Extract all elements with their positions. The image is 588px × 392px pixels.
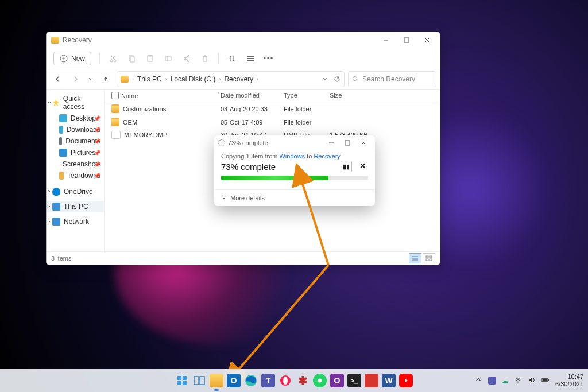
thumbnails-view-button[interactable]	[423, 253, 435, 263]
select-all-checkbox[interactable]	[111, 92, 119, 99]
sidebar-this-pc[interactable]: This PC	[47, 201, 104, 212]
onedrive-tray-icon[interactable]: ☁	[502, 377, 508, 385]
copy-progress-dialog: 73% complete Copying 1 item from Windows…	[214, 135, 375, 206]
sidebar-item-documents[interactable]: Documents📌	[47, 135, 104, 147]
pin-icon: 📌	[94, 138, 100, 145]
recent-dropdown[interactable]	[87, 72, 95, 87]
new-button[interactable]: New	[53, 52, 91, 65]
status-text: 3 items	[51, 255, 71, 262]
clock[interactable]: 10:47 6/30/2021	[555, 373, 583, 387]
taskbar[interactable]: O T ✱ O >_ W ☁ 10:47 6/30/2021	[0, 369, 588, 392]
system-tray[interactable]: ☁ 10:47 6/30/2021	[474, 373, 583, 387]
pictures-icon	[59, 149, 67, 157]
wifi-icon[interactable]	[514, 376, 522, 385]
file-explorer-icon[interactable]	[210, 374, 223, 387]
refresh-icon[interactable]	[334, 76, 341, 83]
close-button[interactable]	[355, 135, 372, 150]
file-icon	[111, 131, 121, 139]
more-icon[interactable]: •••	[264, 53, 274, 64]
volume-icon[interactable]	[528, 376, 536, 385]
svg-rect-12	[130, 57, 134, 62]
chevron-down-icon[interactable]	[322, 76, 328, 82]
tray-overflow-icon[interactable]	[474, 376, 482, 385]
sidebar-network[interactable]: Network	[47, 216, 104, 227]
sidebar-item-downloads[interactable]: Downloads📌	[47, 124, 104, 135]
teams-tray-icon[interactable]	[488, 377, 496, 385]
svg-rect-48	[177, 376, 181, 380]
dialog-titlebar[interactable]: 73% complete	[214, 135, 375, 150]
sidebar-item-desktop[interactable]: Desktop📌	[47, 112, 104, 124]
cancel-button[interactable]: ✕	[358, 161, 368, 171]
folder-icon	[111, 104, 119, 113]
paste-icon[interactable]	[145, 53, 155, 64]
progress-bar	[221, 176, 368, 180]
view-icon[interactable]	[245, 53, 256, 64]
address-bar[interactable]: › This PC› Local Disk (C:)› Recovery›	[117, 71, 345, 87]
teams-icon[interactable]: T	[261, 374, 275, 387]
file-row[interactable]: OEM 05-Oct-17 4:09 File folder	[105, 115, 440, 129]
copy-icon[interactable]	[126, 53, 137, 64]
plus-circle-icon	[60, 55, 68, 63]
battery-icon[interactable]	[541, 376, 550, 385]
titlebar[interactable]: Recovery	[47, 32, 440, 48]
svg-rect-22	[203, 57, 207, 61]
search-input[interactable]: Search Recovery	[348, 71, 436, 87]
sidebar-item-teardowns[interactable]: Teardowns📌	[47, 170, 104, 181]
outlook-icon[interactable]: O	[227, 374, 241, 387]
forward-button[interactable]	[68, 72, 83, 87]
up-button[interactable]	[98, 72, 113, 87]
more-details-toggle[interactable]: More details	[214, 189, 375, 206]
status-bar: 3 items	[47, 251, 440, 265]
pin-icon: 📌	[94, 115, 100, 122]
minimize-button[interactable]	[323, 135, 339, 150]
cloud-icon	[52, 188, 60, 196]
back-button[interactable]	[50, 72, 65, 87]
sidebar-quick-access[interactable]: Quick access	[47, 93, 104, 112]
svg-marker-57	[405, 379, 408, 382]
star-icon	[52, 99, 60, 107]
file-row[interactable]: Customizations 03-Aug-20 20:33 File fold…	[105, 102, 440, 115]
whatsapp-icon[interactable]	[313, 374, 327, 387]
column-headers[interactable]: Name˄ Date modified Type Size	[105, 90, 440, 102]
close-button[interactable]	[417, 32, 438, 48]
share-icon[interactable]	[181, 53, 192, 64]
task-view-icon[interactable]	[192, 374, 206, 387]
rename-icon[interactable]	[163, 53, 173, 64]
terminal-icon[interactable]: >_	[347, 374, 361, 387]
sidebar-item-pictures[interactable]: Pictures📌	[47, 147, 104, 158]
word-icon[interactable]: W	[382, 374, 396, 387]
maximize-button[interactable]	[339, 135, 355, 150]
edge-icon[interactable]	[244, 374, 258, 387]
pin-icon: 📌	[94, 173, 100, 179]
sort-icon[interactable]	[227, 53, 237, 64]
details-view-button[interactable]	[409, 253, 421, 263]
pin-icon: 📌	[94, 161, 100, 168]
sidebar-onedrive[interactable]: OneDrive	[47, 186, 104, 197]
start-button[interactable]	[175, 374, 189, 387]
pin-icon: 📌	[94, 127, 100, 133]
app-icon[interactable]: ✱	[296, 374, 310, 387]
app-icon-purple[interactable]: O	[330, 374, 344, 387]
cut-icon[interactable]	[108, 53, 118, 64]
percent-text: 73% complete	[221, 162, 276, 172]
svg-rect-53	[200, 377, 204, 385]
documents-icon	[59, 137, 62, 145]
svg-point-56	[283, 377, 288, 385]
maximize-button[interactable]	[396, 32, 417, 48]
pc-icon	[52, 203, 60, 211]
sidebar-item-screenshots[interactable]: Screenshots📌	[47, 158, 104, 170]
pause-button[interactable]: ▮▮	[341, 161, 352, 172]
minimize-button[interactable]	[376, 32, 396, 48]
source-link[interactable]: Windows	[279, 153, 305, 160]
youtube-icon[interactable]	[399, 374, 413, 387]
svg-line-32	[357, 80, 358, 82]
svg-rect-42	[345, 141, 350, 145]
svg-line-9	[111, 56, 115, 60]
opera-icon[interactable]	[278, 374, 292, 387]
svg-rect-62	[543, 379, 548, 381]
delete-icon[interactable]	[200, 53, 210, 64]
dest-link[interactable]: Recovery	[314, 153, 340, 160]
app-icon-red[interactable]	[365, 374, 378, 387]
svg-point-7	[110, 60, 113, 62]
svg-rect-49	[183, 376, 187, 380]
